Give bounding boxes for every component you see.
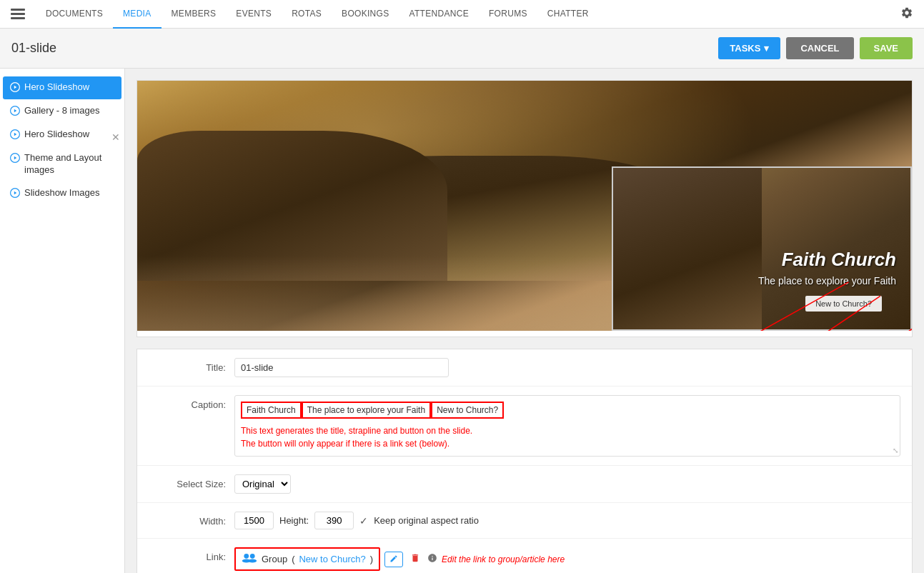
nav-attendance[interactable]: ATTENDANCE bbox=[399, 0, 479, 29]
link-row: Link: Group bbox=[137, 539, 912, 573]
dimensions-control: Height: ✓ Keep original aspect ratio bbox=[234, 512, 900, 529]
svg-marker-4 bbox=[14, 86, 16, 89]
svg-point-17 bbox=[250, 554, 255, 559]
link-edit-button[interactable] bbox=[384, 552, 403, 567]
link-info-button[interactable] bbox=[427, 553, 437, 565]
preview-title: Faith Church bbox=[758, 249, 896, 271]
preview-text-area: Faith Church The place to explore your F… bbox=[758, 249, 896, 286]
content-area: Faith Church The place to explore your F… bbox=[125, 69, 924, 573]
width-label: Width: bbox=[149, 512, 234, 527]
nav-chatter[interactable]: CHATTER bbox=[537, 0, 599, 29]
svg-rect-0 bbox=[11, 9, 25, 11]
aspect-ratio-label: Keep original aspect ratio bbox=[374, 515, 479, 526]
title-field-label: Title: bbox=[149, 358, 234, 373]
caption-hint-line2: The button will only appear if there is … bbox=[241, 439, 449, 449]
main-layout: ✕ Hero Slideshow Gallery - 8 images bbox=[0, 69, 924, 573]
hero-image-container: Faith Church The place to explore your F… bbox=[136, 80, 913, 337]
checkmark-icon: ✓ bbox=[359, 515, 368, 527]
form-area: Title: Caption: Faith Church The place t… bbox=[136, 349, 913, 573]
sidebar-close-icon[interactable]: ✕ bbox=[111, 131, 120, 143]
play-circle-icon bbox=[10, 82, 20, 94]
group-icon bbox=[242, 552, 257, 567]
top-navigation: DOCUMENTS MEDIA MEMBERS EVENTS ROTAS BOO… bbox=[0, 0, 924, 29]
dimensions-row: Width: Height: ✓ Keep original aspect ra… bbox=[137, 503, 912, 539]
sidebar-label-1: Hero Slideshow bbox=[24, 81, 89, 94]
caption-boxes-row: Faith Church The place to explore your F… bbox=[241, 402, 894, 419]
select-size-control: Original bbox=[234, 474, 900, 494]
caption-row: Caption: Faith Church The place to explo… bbox=[137, 387, 912, 466]
size-inputs-row: Height: ✓ Keep original aspect ratio bbox=[234, 512, 900, 529]
toolbar: 01-slide TASKS ▾ CANCEL SAVE bbox=[0, 29, 924, 69]
cancel-button[interactable]: CANCEL bbox=[786, 37, 853, 59]
nav-documents[interactable]: DOCUMENTS bbox=[36, 0, 113, 29]
play-circle-icon-3 bbox=[10, 129, 20, 141]
title-field-control bbox=[234, 358, 900, 377]
app-icon bbox=[7, 4, 29, 25]
page-title: 01-slide bbox=[11, 41, 718, 56]
caption-field-control: Faith Church The place to explore your F… bbox=[234, 395, 900, 457]
resize-handle-icon[interactable]: ⤡ bbox=[893, 447, 898, 454]
preview-overlay-box: Faith Church The place to explore your F… bbox=[612, 166, 912, 331]
nav-events[interactable]: EVENTS bbox=[226, 0, 282, 29]
sidebar-label-4: Theme and Layout images bbox=[24, 152, 114, 176]
play-circle-icon-2 bbox=[10, 106, 20, 118]
title-input[interactable] bbox=[234, 358, 449, 377]
svg-marker-8 bbox=[14, 133, 16, 136]
sidebar-item-theme-layout[interactable]: Theme and Layout images bbox=[3, 147, 121, 181]
sidebar-label-3: Hero Slideshow bbox=[24, 129, 89, 141]
caption-box-subtitle: The place to explore your Faith bbox=[302, 402, 431, 419]
settings-icon[interactable] bbox=[897, 3, 917, 26]
svg-rect-2 bbox=[11, 17, 25, 19]
link-delete-button[interactable] bbox=[407, 552, 423, 567]
title-row: Title: bbox=[137, 349, 912, 387]
toolbar-actions: TASKS ▾ CANCEL SAVE bbox=[718, 37, 913, 59]
sidebar-label-5: Slideshow Images bbox=[24, 187, 100, 199]
sidebar-item-hero-slideshow-active[interactable]: Hero Slideshow bbox=[3, 76, 121, 99]
caption-box-title: Faith Church bbox=[241, 402, 302, 419]
height-input[interactable] bbox=[314, 512, 354, 529]
svg-rect-1 bbox=[11, 13, 25, 15]
link-box: Group (New to Church?) bbox=[234, 547, 380, 571]
save-button[interactable]: SAVE bbox=[860, 37, 913, 59]
svg-marker-6 bbox=[14, 109, 16, 113]
caption-hint-line1: This text generates the title, strapline… bbox=[241, 426, 472, 436]
sidebar: ✕ Hero Slideshow Gallery - 8 images bbox=[0, 69, 125, 573]
link-edit-hint: Edit the link to group/article here bbox=[442, 554, 565, 564]
svg-point-19 bbox=[248, 559, 257, 563]
nav-rotas[interactable]: ROTAS bbox=[282, 0, 332, 29]
link-group-paren-open: ( bbox=[292, 554, 294, 564]
sidebar-label-2: Gallery - 8 images bbox=[24, 105, 99, 117]
preview-subtitle: The place to explore your Faith bbox=[758, 275, 896, 286]
svg-point-16 bbox=[244, 554, 249, 559]
height-label-text: Height: bbox=[279, 515, 309, 526]
nav-members[interactable]: MEMBERS bbox=[162, 0, 227, 29]
size-select[interactable]: Original bbox=[234, 474, 291, 494]
tasks-chevron-icon: ▾ bbox=[764, 43, 769, 54]
sidebar-item-slideshow-images[interactable]: Slideshow Images bbox=[3, 182, 121, 205]
link-group-link[interactable]: New to Church? bbox=[299, 554, 365, 564]
caption-field-label: Caption: bbox=[149, 395, 234, 410]
link-group-text: Group bbox=[262, 554, 287, 564]
play-circle-icon-5 bbox=[10, 188, 20, 200]
hero-image: Faith Church The place to explore your F… bbox=[137, 81, 912, 331]
link-label: Link: bbox=[149, 547, 234, 562]
select-size-label: Select Size: bbox=[149, 474, 234, 489]
svg-marker-12 bbox=[14, 191, 16, 194]
tasks-button[interactable]: TASKS ▾ bbox=[718, 37, 780, 59]
svg-marker-10 bbox=[14, 156, 16, 160]
nav-media[interactable]: MEDIA bbox=[113, 0, 162, 29]
caption-box-button: New to Church? bbox=[431, 402, 504, 419]
sidebar-item-gallery[interactable]: Gallery - 8 images bbox=[3, 100, 121, 123]
link-control: Group (New to Church?) Edit the link t bbox=[234, 547, 900, 571]
nav-items: DOCUMENTS MEDIA MEMBERS EVENTS ROTAS BOO… bbox=[36, 0, 897, 29]
width-input[interactable] bbox=[234, 512, 274, 529]
nav-forums[interactable]: FORUMS bbox=[479, 0, 537, 29]
preview-cta-button: New to Church? bbox=[805, 296, 882, 312]
caption-textarea[interactable]: Faith Church The place to explore your F… bbox=[234, 395, 900, 457]
link-row-inner: Group (New to Church?) Edit the link t bbox=[234, 547, 900, 571]
nav-bookings[interactable]: BOOKINGS bbox=[332, 0, 399, 29]
tasks-label: TASKS bbox=[730, 43, 760, 54]
caption-hint: This text generates the title, strapline… bbox=[241, 424, 894, 450]
sidebar-item-hero-slideshow-2[interactable]: Hero Slideshow bbox=[3, 124, 121, 146]
select-size-row-inner: Original bbox=[234, 474, 900, 494]
